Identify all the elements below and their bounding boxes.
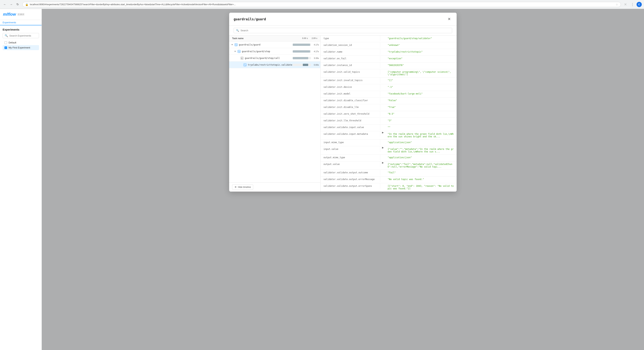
sidebar-header: mlflow 2.16.0 — [0, 9, 42, 20]
modal-search-inner[interactable]: 🔍 — [234, 28, 452, 33]
default-label: Default — [8, 41, 16, 44]
attr-row: validator.validate.output.errorMessage "… — [320, 176, 456, 183]
attr-value: [{"start": 0, "end": 1043, "reason": "No… — [386, 183, 456, 191]
attr-expand[interactable]: ▶ — [380, 161, 386, 164]
attr-expand[interactable]: ▶ — [380, 131, 386, 134]
search-box[interactable]: 🔍 — [2, 33, 39, 38]
attr-key: validator.on_fail — [320, 56, 380, 61]
attr-expand[interactable]: ▶ — [380, 146, 386, 149]
task-row[interactable]: fx tryolabs/restricttotopic.validate 0.8… — [229, 61, 320, 68]
task-name-label: guardrails/guard/step — [242, 50, 293, 53]
attr-value: "exception" — [386, 56, 456, 61]
attr-value: "tryolabs/restricttotopic" — [386, 49, 456, 55]
sidebar-item-my-first[interactable]: My First Experiment — [2, 45, 39, 50]
hide-timeline-label: Hide timeline — [238, 186, 251, 188]
attr-row: validator.instance_id "5661919376" — [320, 62, 456, 69]
task-bar — [303, 64, 308, 66]
task-name-label: guardrails/guard — [239, 43, 293, 46]
attr-row: output.value ▶ {"outcome":"fail","metada… — [320, 161, 456, 170]
mlflow-logo-text: mlflow — [3, 12, 16, 17]
expand-icon[interactable] — [240, 63, 242, 66]
attr-row: validator.validate.input.metadata ▶ "In … — [320, 131, 456, 140]
avatar: C — [636, 2, 642, 7]
task-bar-container: 4.17s — [293, 44, 319, 46]
attr-key: validator.instance_id — [320, 62, 380, 68]
task-row[interactable]: ▼ fx guardrails/guard — [229, 41, 320, 48]
attr-value: "In the realm where the green field doth… — [386, 131, 456, 139]
sidebar: mlflow 2.16.0 Experiments Experiments 🔍 … — [0, 9, 42, 350]
expand-icon[interactable]: ▼ — [231, 43, 234, 46]
sidebar-item-default[interactable]: Default — [2, 40, 39, 45]
hide-timeline-button[interactable]: 👁 Hide timeline — [232, 185, 253, 190]
attr-row: output.mime_type "application/json" — [320, 155, 456, 161]
browser-chrome: ← → ↻ 🔒 localhost:8080/#/experiments/728… — [0, 0, 644, 9]
attr-row: validator.init.invalid_topics "[]" — [320, 77, 456, 84]
forward-button[interactable]: → — [8, 2, 14, 7]
task-bar — [293, 50, 310, 52]
task-duration: 3.33s — [312, 57, 319, 59]
attr-row: type "guardrails/guard/step/validator" — [320, 35, 456, 42]
attr-key: input.value — [320, 146, 380, 152]
time-start: 0.00 s — [302, 37, 308, 40]
attr-row: validator.init.llm_threshold "3" — [320, 118, 456, 124]
browser-actions: ⛌ ⋮ C — [623, 2, 642, 7]
attr-value: "True" — [386, 104, 456, 110]
modal-overlay: guardrails/guard ✕ 🔍 Tas — [42, 9, 644, 350]
mlflow-version: 2.16.0 — [17, 13, 25, 16]
attr-value: "application/json" — [386, 140, 456, 145]
bookmark-icon: ☆ — [616, 3, 618, 6]
attr-row: input.mime_type "application/json" — [320, 140, 456, 146]
attr-value: "unknown" — [386, 42, 456, 48]
task-header-times: 0.00 s 2.09 s — [302, 37, 317, 40]
attr-value: "No valid topic was found." — [386, 176, 456, 182]
attr-key: validator.init.llm_threshold — [320, 118, 380, 123]
sidebar-section-title: Experiments — [2, 28, 39, 31]
attr-value: "5661919376" — [386, 62, 456, 68]
task-duration: 4.17s — [312, 44, 319, 46]
attr-key: validator.init.zero_shot_threshold — [320, 111, 380, 117]
default-checkbox[interactable] — [4, 41, 7, 44]
svg-text:fx: fx — [235, 44, 237, 46]
attr-value: ["computer programming\", \"computer sci… — [386, 69, 456, 77]
extensions-button[interactable]: ⛌ — [623, 2, 628, 7]
address-bar[interactable]: 🔒 localhost:8080/#/experiments/728227594… — [22, 2, 621, 7]
attr-value: "0.5" — [386, 111, 456, 117]
task-bar-wrapper — [293, 50, 311, 52]
attr-value: "3" — [386, 118, 456, 123]
sidebar-section: Experiments 🔍 Default My First Experimen… — [0, 25, 42, 52]
expand-icon[interactable]: ▼ — [234, 50, 236, 53]
modal: guardrails/guard ✕ 🔍 Tas — [229, 13, 456, 192]
task-bar-wrapper — [293, 44, 311, 46]
menu-button[interactable]: ⋮ — [630, 2, 635, 7]
my-first-checkbox[interactable] — [4, 46, 7, 49]
attr-key: output.mime_type — [320, 155, 380, 160]
modal-search-icon: 🔍 — [236, 29, 239, 32]
timeline-footer: 👁 Hide timeline — [229, 182, 320, 192]
fx-icon: fx — [237, 50, 241, 53]
lock-icon: 🔒 — [25, 3, 28, 6]
attr-row: validator.init.valid_topics ["computer p… — [320, 69, 456, 77]
attr-key: validation_session_id — [320, 42, 380, 48]
back-button[interactable]: ← — [2, 2, 8, 7]
sidebar-nav-experiments[interactable]: Experiments — [0, 20, 42, 25]
browser-nav-buttons: ← → ↻ — [2, 2, 20, 7]
svg-text:⚙: ⚙ — [241, 57, 242, 59]
task-row[interactable]: ⚙ guardrails/guard/step/call 3.33s — [229, 55, 320, 61]
search-input[interactable] — [9, 34, 37, 37]
task-row[interactable]: ▼ fx guardrails/guard/step — [229, 48, 320, 55]
attr-key: validator.validate.output.errorSpans — [320, 183, 380, 189]
task-bar-container: 4.17s — [293, 50, 319, 52]
url-text: localhost:8080/#/experiments/72822759434… — [30, 3, 614, 6]
attr-row: validator.init.disable_classifier "False… — [320, 98, 456, 104]
expand-icon[interactable] — [236, 57, 240, 60]
eye-icon: 👁 — [234, 186, 237, 188]
attr-row: validator.init.zero_shot_threshold "0.5" — [320, 111, 456, 118]
attr-row: validator.validate.output.outcome "fail" — [320, 170, 456, 176]
modal-header: guardrails/guard ✕ — [229, 13, 456, 25]
modal-search-input[interactable] — [240, 29, 450, 32]
reload-button[interactable]: ↻ — [15, 2, 20, 7]
modal-close-button[interactable]: ✕ — [446, 16, 452, 22]
attr-value: {"value":"","metadata":"In the realm whe… — [386, 146, 456, 154]
attr-key: validator.init.device — [320, 84, 380, 90]
svg-text:fx: fx — [238, 51, 240, 52]
